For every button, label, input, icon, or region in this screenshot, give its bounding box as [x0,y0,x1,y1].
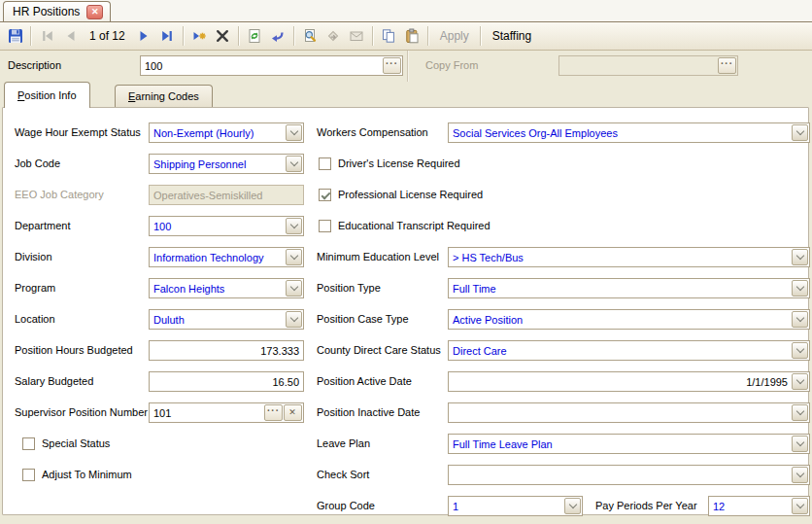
workers-compensation-select[interactable]: Social Services Org-All Employees [448,122,810,143]
position-hours-budgeted-field[interactable]: 173.333 [149,340,304,361]
header-divider [407,50,409,82]
copy-icon[interactable] [378,25,400,47]
tab-position-info[interactable]: Position Info [4,82,90,108]
tab-earning-codes[interactable]: Earning Codes [115,85,213,107]
print-preview-icon[interactable] [299,25,321,47]
new-record-icon[interactable] [188,25,211,47]
field-value: 12 [709,498,792,515]
adjust-to-minimum-label: Adjust To Minimum [42,465,132,485]
record-position: 1 of 12 [89,29,125,43]
supervisor-lookup-button[interactable] [264,404,283,421]
division-select[interactable]: Information Technology [149,247,304,267]
chevron-down-icon[interactable] [792,249,808,265]
chevron-down-icon[interactable] [792,498,808,514]
save-icon[interactable] [4,25,26,47]
page-tab-strip: Position Info Earning Codes [0,82,812,107]
professional-license-required-checkbox[interactable] [319,189,331,201]
program-select[interactable]: Falcon Heights [149,278,304,298]
copy-from-field [558,55,738,76]
apply-button[interactable]: Apply [440,29,469,43]
field-value: Active Position [449,311,792,329]
chevron-down-icon[interactable] [792,373,808,390]
pay-periods-per-year-select[interactable]: 12 [708,496,810,516]
undo-icon[interactable] [267,25,289,47]
adjust-to-minimum-checkbox[interactable] [22,469,35,481]
chevron-down-icon[interactable] [792,342,808,359]
salary-budgeted-field[interactable]: 16.50 [149,371,304,392]
group-code-select[interactable]: 1 [448,496,583,516]
description-lookup-button[interactable] [383,57,401,74]
chevron-down-icon[interactable] [286,280,302,297]
leave-plan-label: Leave Plan [317,434,370,454]
chevron-down-icon[interactable] [286,218,302,234]
paste-icon[interactable] [401,25,423,47]
minimum-education-level-select[interactable]: > HS Tech/Bus [448,247,810,267]
refresh-icon[interactable] [244,25,266,47]
close-icon[interactable] [86,5,103,19]
position-type-select[interactable]: Full Time [448,278,810,298]
check-sort-label: Check Sort [317,465,369,485]
toolbar-separator [30,26,32,46]
check-sort-select[interactable] [448,465,810,485]
job-code-label: Job Code [15,154,60,174]
supervisor-position-number-field[interactable]: 101 [149,402,304,423]
chevron-down-icon[interactable] [286,124,302,141]
first-record-icon[interactable] [36,25,58,47]
next-record-icon[interactable] [133,25,155,47]
drivers-license-required-checkbox[interactable] [319,157,331,170]
chevron-down-icon[interactable] [792,467,808,483]
field-value: Full Time Leave Plan [449,436,792,453]
educational-transcript-required-checkbox[interactable] [319,220,331,232]
special-status-checkbox[interactable] [22,437,35,450]
supervisor-clear-button[interactable] [284,404,302,421]
chevron-down-icon[interactable] [286,156,302,172]
delete-icon[interactable] [212,25,234,47]
last-record-icon[interactable] [156,25,179,47]
hr-positions-window: HR Positions 1 of 12 [0,0,812,524]
copy-from-lookup-button[interactable] [718,57,736,74]
chevron-down-icon[interactable] [792,311,808,328]
department-label: Department [15,216,70,236]
chevron-down-icon[interactable] [286,311,302,328]
job-code-select[interactable]: Shipping Personnel [149,154,304,174]
description-field[interactable]: 100 [140,55,403,76]
department-select[interactable]: 100 [149,216,304,236]
chevron-down-icon[interactable] [792,280,808,297]
division-label: Division [15,247,52,267]
description-value: 100 [141,57,383,75]
previous-record-icon[interactable] [59,25,82,47]
position-active-date-field[interactable]: 1/1/1995 [448,371,810,392]
document-tab-hr-positions[interactable]: HR Positions [3,1,111,21]
chevron-down-icon[interactable] [792,436,808,452]
goto-icon[interactable] [322,25,345,47]
chevron-down-icon[interactable] [792,404,808,421]
wage-hour-exempt-status-select[interactable]: Non-Exempt (Hourly) [149,122,304,143]
pay-periods-per-year-label: Pay Periods Per Year [595,496,697,516]
chevron-down-icon[interactable] [564,498,581,514]
field-value: Full Time [449,280,792,297]
leave-plan-select[interactable]: Full Time Leave Plan [448,434,810,454]
position-case-type-select[interactable]: Active Position [448,309,810,330]
chevron-down-icon[interactable] [286,249,302,265]
staffing-button[interactable]: Staffing [492,29,531,43]
field-value: Falcon Heights [150,280,286,297]
eeo-job-category-label: EEO Job Category [15,185,104,205]
position-hours-budgeted-label: Position Hours Budgeted [15,340,133,361]
field-value: Social Services Org-All Employees [449,124,792,142]
toolbar-separator [293,26,295,46]
position-inactive-date-label: Position Inactive Date [317,402,420,423]
county-direct-care-status-select[interactable]: Direct Care [448,340,810,361]
document-tab-title: HR Positions [13,5,80,18]
location-select[interactable]: Duluth [149,309,304,330]
toolbar-separator [238,26,240,46]
document-tab-bar: HR Positions [0,0,812,22]
toolbar-separator [183,26,185,46]
position-inactive-date-field[interactable] [448,402,810,423]
field-value: 16.50 [150,373,303,391]
eeo-job-category-field: Operatives-Semiskilled [149,185,304,205]
record-header: Description 100 Copy From [0,50,812,82]
chevron-down-icon[interactable] [792,124,808,141]
field-value: 1/1/1995 [449,373,792,391]
field-value: 173.333 [150,342,303,360]
email-icon[interactable] [346,25,368,47]
